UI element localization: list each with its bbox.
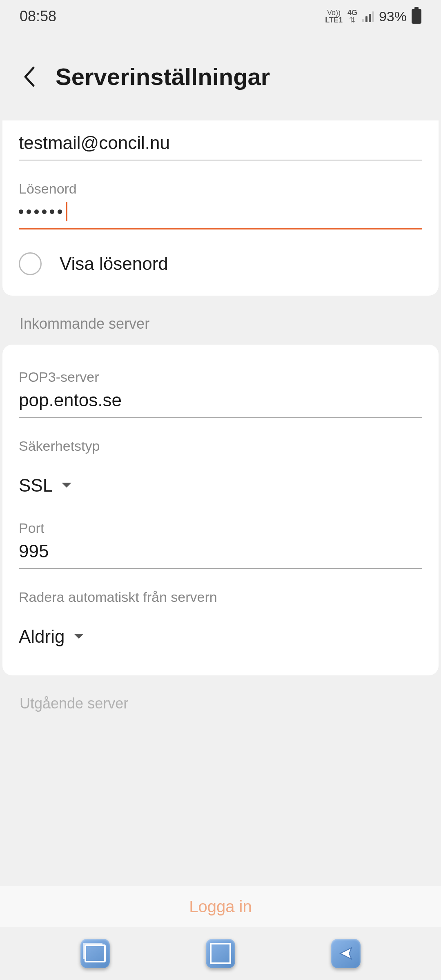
show-password-label: Visa lösenord [60,254,168,274]
security-value: SSL [19,475,53,496]
port-field[interactable]: 995 [19,541,422,569]
navigation-bar [0,927,441,980]
content-scroll[interactable]: testmail@concil.nu Lösenord Visa lösenor… [0,120,441,898]
home-button[interactable] [206,939,235,968]
status-right-icons: Vo)) LTE1 4G ⇅ 93% [325,9,421,24]
incoming-server-header: Inkommande server [0,299,441,345]
status-bar: 08:58 Vo)) LTE1 4G ⇅ 93% [0,0,441,33]
volte-icon: Vo)) LTE1 [325,9,343,24]
chevron-down-icon [61,482,72,489]
login-button[interactable]: Logga in [189,898,252,916]
text-cursor [66,202,67,221]
security-field-group: Säkerhetstyp SSL [19,418,422,500]
chevron-left-icon [23,66,36,87]
incoming-server-card: POP3-server pop.entos.se Säkerhetstyp SS… [2,345,439,675]
port-label: Port [19,520,422,536]
security-dropdown[interactable]: SSL [19,459,422,500]
outgoing-server-header: Utgående server [0,679,441,724]
password-field[interactable] [19,202,422,229]
email-field[interactable]: testmail@concil.nu [19,133,422,160]
pop3-label: POP3-server [19,369,422,385]
chevron-down-icon [73,633,85,640]
back-button[interactable] [20,67,39,87]
password-field-group: Lösenord [19,160,422,229]
show-password-row[interactable]: Visa lösenord [19,229,422,275]
status-time: 08:58 [20,8,56,25]
account-card: testmail@concil.nu Lösenord Visa lösenor… [2,120,439,296]
password-label: Lösenord [19,181,422,197]
security-label: Säkerhetstyp [19,438,422,454]
page-title: Serverinställningar [56,63,270,90]
show-password-checkbox[interactable] [19,252,42,275]
auto-delete-field-group: Radera automatiskt från servern Aldrig [19,569,422,651]
auto-delete-label: Radera automatiskt från servern [19,589,422,605]
battery-percent: 93% [379,9,407,24]
recents-button[interactable] [80,939,110,968]
port-field-group: Port 995 [19,500,422,569]
login-bar: Logga in [0,886,441,927]
battery-icon [412,9,421,24]
pop3-field[interactable]: pop.entos.se [19,390,422,418]
auto-delete-dropdown[interactable]: Aldrig [19,610,422,651]
auto-delete-value: Aldrig [19,626,65,647]
network-icon: 4G ⇅ [347,9,357,24]
signal-icon [362,11,374,22]
back-nav-button[interactable] [331,939,361,968]
pop3-field-group: POP3-server pop.entos.se [19,349,422,418]
email-field-group: testmail@concil.nu [19,129,422,160]
app-header: Serverinställningar [0,33,441,120]
